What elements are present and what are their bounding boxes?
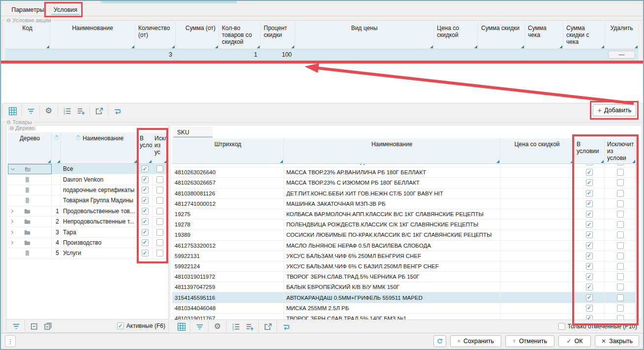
sort-corner-icon[interactable] [134,160,137,163]
condition-column-header[interactable]: Вид цены [295,22,434,49]
sku-name[interactable]: СОСИСКИ ЛЮБИМЫЕ ПО-КРАК.КЛАССИК В/С 1КГ … [284,230,500,240]
sku-name[interactable]: ТВОРОГ ЗЕРН.СЛАВ.ТРАД.5% ЧЕРНИКА РБ 150Г [284,272,500,282]
condition-column-header[interactable]: Код [5,22,50,49]
sku-discount-price[interactable] [500,178,574,188]
exclude-checkbox[interactable] [617,164,624,165]
condition-cell[interactable]: 3 [135,49,176,60]
sku-barcode[interactable]: 4810263026657 [172,178,284,188]
in-condition-checkbox[interactable]: ✓ [142,197,149,204]
sku-name[interactable]: АВТОКАРАНДАШ 0.5ММ+ГРИФЕЛЬ 559511 MAPED [284,292,500,303]
sort-corner-icon[interactable] [48,160,51,163]
collapse-group-icon[interactable]: ⊖ [9,125,14,131]
in-condition-checkbox[interactable]: ✓ [142,208,149,215]
add-to-list-button[interactable] [74,104,87,117]
refresh-button[interactable] [111,104,123,117]
sort-corner-icon[interactable] [559,45,562,48]
sort-corner-icon[interactable] [601,45,604,48]
exclude-checkbox[interactable] [156,250,163,256]
condition-column-header[interactable]: Наименование [50,22,135,49]
sku-row[interactable]: 4810263026640МАССА ТВОР.23% АР.ВАНИЛИНА … [172,167,636,178]
condition-table-row[interactable]: 31100— [5,49,639,60]
tab-parameters[interactable]: Параметры [6,3,50,16]
sku-row[interactable]: 19275КОЛБАСА ВАР.МОЛОЧН.АПП.КЛАССИК В/С … [172,209,636,220]
in-condition-checkbox[interactable]: ✓ [142,187,149,193]
exclude-checkbox[interactable] [156,187,163,193]
tree-node-name[interactable]: подарочные сертификаты [61,185,138,195]
grid-button[interactable] [175,320,187,333]
condition-column-header[interactable]: Количество (от) [135,22,176,49]
in-condition-checkbox[interactable]: ✓ [586,179,593,186]
sku-discount-price[interactable] [500,282,574,292]
exclude-checkbox[interactable] [617,200,624,207]
chevron-right-icon[interactable] [8,219,17,224]
sku-barcode[interactable]: 59922124 [172,261,284,272]
chevron-down-icon[interactable] [8,166,17,172]
sku-row[interactable]: 59922124УКСУС БАЛЬЗАМ.ЧИФ 6% С БАЗИЛ.250… [172,261,636,272]
exclude-checkbox[interactable] [156,165,163,172]
cancel-button[interactable]: Отменить [505,335,554,347]
delete-row-button[interactable]: — [608,51,635,59]
sku-discount-price[interactable] [500,220,574,230]
sort-corner-icon[interactable] [280,160,283,163]
collapse-group-icon[interactable]: ⊖ [6,17,11,23]
in-condition-checkbox[interactable]: ✓ [586,253,593,259]
sku-barcode[interactable]: 4811397047259 [172,282,284,292]
sku-name[interactable]: МАСЛО ЛЬНЯНОЕ НЕРАФ 0.5Л ВАСИЛЕВА СЛОБОД… [284,241,500,251]
sku-discount-price[interactable] [500,292,574,303]
open-external-button[interactable] [92,104,105,117]
in-condition-checkbox[interactable]: ✓ [586,242,593,249]
condition-column-header[interactable]: Сумма скидки [478,22,525,49]
sku-row[interactable]: 59922131УКСУС БАЛЬЗАМ.ЧИФ 6% 250МЛ ВЕНГР… [172,251,636,261]
sort-corner-icon[interactable] [46,45,49,48]
sku-row[interactable]: 4811397047259БАЛЫК ЕВРОПЕЙСКИЙ К/В В/У М… [172,282,636,292]
condition-cell[interactable]: 1 [219,49,261,60]
filter-button[interactable] [24,104,37,117]
sort-corner-icon[interactable] [474,45,477,48]
exclude-checkbox[interactable] [156,239,163,246]
sort-corner-icon[interactable] [601,160,604,163]
in-condition-checkbox[interactable]: ✓ [142,218,149,225]
add-to-list-button[interactable] [243,320,256,333]
exclude-checkbox[interactable] [156,218,163,225]
sku-row[interactable]: 3154145595116АВТОКАРАНДАШ 0.5ММ+ГРИФЕЛЬ … [172,292,636,303]
sku-name[interactable]: МИСКА 255ММ 2.5Л РБ [284,303,500,314]
tree-column-header[interactable]: Дерево [8,132,52,164]
in-condition-checkbox[interactable]: ✓ [586,294,593,301]
condition-column-header[interactable]: Сумма (от) [176,22,219,49]
sku-discount-price[interactable] [500,303,574,314]
sort-ascending-icon[interactable]: ⌃ [54,135,60,141]
sku-name[interactable]: ХЛОПЬЯ ГРЕЧНЕВЫЕ ПОР.ДИК 350Г NORDIC [284,164,500,167]
exclude-checkbox[interactable] [617,294,624,301]
sku-row[interactable]: 4810380081126ДЕТ.ПИТ.КОНС.БЕБИ ХИТ ГОВ.Н… [172,189,636,199]
exclude-checkbox[interactable] [617,221,624,228]
sku-column-header[interactable]: Цена со скидкой [500,138,574,164]
tree-node-cell[interactable] [8,238,52,248]
tree-node-cell[interactable] [8,164,52,174]
sort-corner-icon[interactable] [215,45,218,48]
sku-discount-price[interactable] [500,209,574,220]
sku-vertical-scrollbar[interactable] [635,138,640,320]
tree-node-cell[interactable] [8,217,52,227]
exclude-checkbox[interactable] [617,211,624,218]
sku-discount-price[interactable] [500,189,574,199]
chevron-right-icon[interactable] [8,208,17,214]
sku-barcode[interactable]: 19275 [172,209,284,220]
sort-corner-icon[interactable] [57,160,60,163]
in-condition-checkbox[interactable]: ✓ [142,165,149,172]
in-condition-checkbox[interactable]: ✓ [142,239,149,246]
filter-button[interactable] [193,320,206,333]
in-condition-checkbox[interactable]: ✓ [586,273,593,280]
gear-button[interactable]: ⚙ [42,104,55,117]
sku-barcode[interactable]: 59922131 [172,251,284,261]
sku-discount-price[interactable] [500,199,574,209]
sku-row[interactable]: 19389СОСИСКИ ЛЮБИМЫЕ ПО-КРАК.КЛАССИК В/С… [172,230,636,240]
sku-barcode[interactable]: 19389 [172,230,284,240]
sku-barcode[interactable]: 4810263026640 [172,167,284,178]
tree-row[interactable]: Товарная Группа Мадины✓ [8,195,168,206]
in-condition-checkbox[interactable]: ✓ [586,305,593,312]
exclude-checkbox[interactable] [156,176,163,183]
grid-button[interactable] [6,104,19,117]
sku-name[interactable]: КОЛБАСА ВАР.МОЛОЧН.АПП.КЛАССИК В/С 1КГ С… [284,209,500,220]
sku-name[interactable]: МАССА ТВОР.23% С ИЗЮМОМ РБ 180Г БЕЛЛАКТ [284,178,500,188]
tree-node-cell[interactable] [8,185,52,195]
